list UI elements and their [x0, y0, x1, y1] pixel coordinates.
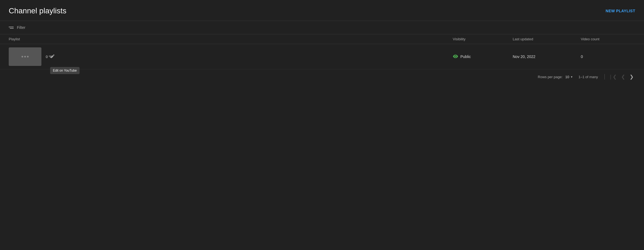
- dropdown-arrow-icon: ▼: [570, 75, 573, 78]
- page-info: 1–1 of many: [578, 75, 598, 79]
- col-visibility: Visibility: [453, 37, 513, 41]
- first-page-button[interactable]: ❘❮: [607, 73, 618, 80]
- prev-page-button[interactable]: ❮: [619, 73, 627, 80]
- filter-icon: [9, 27, 14, 29]
- pencil-icon: [50, 56, 55, 60]
- page-header: Channel playlists NEW PLAYLIST: [0, 0, 644, 21]
- video-count-cell: 0: [581, 54, 635, 59]
- playlist-cell: 0 Edit on YouTube: [9, 47, 453, 66]
- col-video-count: Video count: [581, 37, 635, 41]
- thumbnail-dots: [22, 56, 29, 57]
- filter-label: Filter: [17, 25, 25, 30]
- playlist-thumbnail: [9, 47, 41, 66]
- edit-pencil-button[interactable]: [50, 54, 55, 60]
- edit-tooltip: Edit on YouTube: [50, 67, 80, 74]
- pagination: Rows per page: 10 ▼ 1–1 of many ❘❮ ❮ ❯: [0, 69, 644, 84]
- visibility-cell: Public: [453, 54, 513, 60]
- next-page-button[interactable]: ❯: [628, 73, 635, 80]
- page-title: Channel playlists: [9, 7, 66, 15]
- col-last-updated: Last updated: [513, 37, 581, 41]
- filter-bar: Filter: [0, 21, 644, 34]
- rows-per-page: Rows per page: 10 ▼: [538, 75, 573, 79]
- table-row: 0 Edit on YouTube Public: [0, 44, 644, 69]
- table-header: Playlist Visibility Last updated Video c…: [0, 34, 644, 44]
- pagination-buttons: ❘❮ ❮ ❯: [603, 73, 635, 80]
- new-playlist-button[interactable]: NEW PLAYLIST: [606, 9, 635, 13]
- col-playlist: Playlist: [9, 37, 453, 41]
- rows-per-page-value: 10: [565, 75, 569, 79]
- last-updated-value: Nov 20, 2022: [513, 54, 581, 59]
- rows-select[interactable]: 10 ▼: [565, 75, 573, 79]
- pagination-divider: [604, 74, 605, 80]
- video-count-value: 0: [46, 55, 48, 59]
- rows-per-page-label: Rows per page:: [538, 75, 563, 79]
- eye-icon: [453, 54, 458, 60]
- visibility-value: Public: [460, 54, 471, 59]
